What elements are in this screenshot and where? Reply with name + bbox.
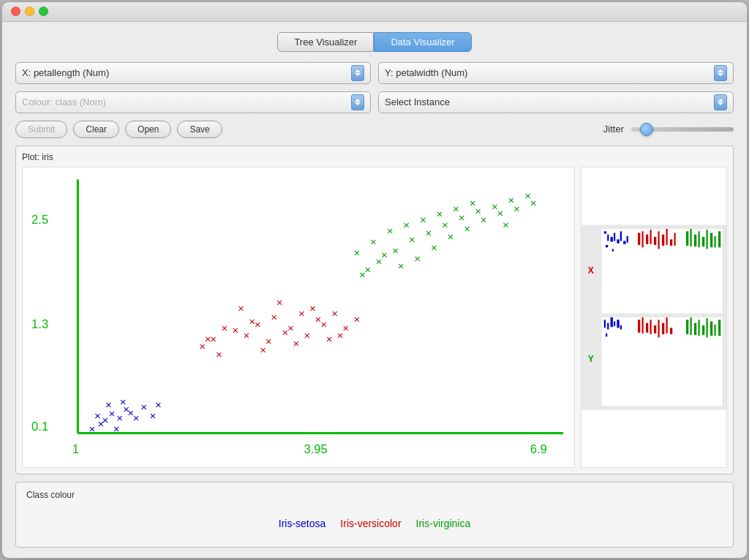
svg-text:×: × — [392, 244, 399, 257]
tab-bar: Tree Visualizer Data Visualizer — [15, 32, 734, 52]
svg-text:×: × — [238, 301, 244, 314]
svg-text:×: × — [140, 401, 147, 413]
main-window: Tree Visualizer Data Visualizer X: petal… — [1, 1, 748, 559]
y-axis-spinner[interactable] — [714, 65, 727, 81]
svg-text:×: × — [89, 423, 95, 435]
x-axis-spinner[interactable] — [351, 65, 364, 81]
y-axis-spinner-down-icon[interactable] — [718, 73, 723, 76]
svg-text:×: × — [221, 322, 227, 334]
x-axis-spinner-up-icon[interactable] — [355, 69, 361, 72]
colour-spinner-down-icon[interactable] — [355, 102, 361, 105]
svg-rect-108 — [694, 235, 696, 247]
svg-text:Y: Y — [588, 353, 594, 363]
svg-text:1: 1 — [72, 442, 79, 455]
svg-text:X: X — [588, 265, 594, 275]
maximize-button[interactable] — [39, 7, 48, 16]
y-axis-spinner-up-icon[interactable] — [718, 69, 723, 72]
clear-button[interactable]: Clear — [73, 121, 119, 138]
class-colour-section: Class colour Iris-setosa Iris-versicolor… — [15, 482, 734, 548]
colour-spinner-up-icon[interactable] — [355, 99, 361, 102]
select-instance-spinner-up-icon[interactable] — [718, 99, 723, 102]
svg-rect-131 — [686, 319, 688, 334]
jitter-slider[interactable] — [631, 127, 734, 132]
svg-rect-86 — [604, 231, 606, 233]
svg-rect-129 — [666, 317, 668, 333]
minimize-button[interactable] — [25, 7, 34, 16]
svg-text:6.9: 6.9 — [530, 442, 547, 455]
colour-label: Colour: class (Nom) — [22, 97, 106, 107]
svg-text:×: × — [481, 213, 487, 226]
svg-text:3.95: 3.95 — [304, 442, 328, 455]
svg-text:×: × — [120, 396, 127, 408]
mini-plot-svg: X Y — [581, 167, 726, 467]
svg-rect-138 — [715, 325, 716, 336]
svg-text:×: × — [420, 213, 426, 226]
svg-text:×: × — [271, 310, 277, 322]
open-button[interactable]: Open — [125, 121, 171, 138]
class-item-versicolor: Iris-versicolor — [340, 518, 401, 529]
x-axis-label: X: petallength (Num) — [22, 67, 109, 78]
svg-rect-137 — [710, 321, 712, 336]
tab-data-visualizer[interactable]: Data Visualizer — [374, 32, 471, 52]
save-button[interactable]: Save — [177, 121, 222, 138]
svg-rect-99 — [650, 230, 652, 244]
colour-spinner[interactable] — [351, 94, 364, 110]
colour-instance-row: Colour: class (Nom) Select Instance — [15, 91, 734, 113]
svg-text:×: × — [381, 249, 388, 261]
svg-text:×: × — [530, 197, 537, 209]
svg-text:0.1: 0.1 — [31, 420, 48, 434]
submit-button[interactable]: Submit — [15, 121, 67, 138]
jitter-container: Jitter — [603, 124, 734, 135]
svg-text:×: × — [287, 322, 294, 334]
svg-text:×: × — [276, 296, 283, 309]
close-button[interactable] — [11, 7, 20, 16]
svg-text:×: × — [216, 348, 222, 360]
svg-rect-90 — [617, 239, 619, 243]
svg-text:×: × — [210, 333, 217, 345]
svg-text:×: × — [497, 207, 503, 219]
class-colour-items: Iris-setosa Iris-versicolor Iris-virgini… — [26, 510, 723, 537]
svg-text:×: × — [244, 329, 250, 341]
svg-text:×: × — [260, 344, 266, 356]
svg-rect-114 — [718, 231, 720, 247]
svg-text:×: × — [359, 268, 366, 281]
svg-rect-127 — [658, 319, 660, 337]
svg-rect-91 — [620, 231, 622, 241]
svg-rect-112 — [710, 232, 712, 247]
svg-text:×: × — [133, 412, 140, 424]
svg-text:×: × — [503, 219, 509, 231]
svg-text:×: × — [448, 230, 454, 242]
svg-rect-103 — [666, 229, 668, 245]
svg-rect-126 — [654, 325, 656, 333]
tab-tree-visualizer[interactable]: Tree Visualizer — [277, 32, 374, 52]
y-axis-label: Y: petalwidth (Num) — [385, 67, 467, 78]
svg-rect-121 — [606, 333, 607, 336]
svg-text:×: × — [326, 333, 333, 345]
svg-rect-115 — [604, 319, 606, 328]
svg-text:×: × — [398, 260, 404, 272]
select-instance-spinner-down-icon[interactable] — [718, 102, 723, 105]
scatter-plot-svg: 2.5 1.3 0.1 1 3.95 6.9 × × × × × — [23, 167, 574, 467]
y-axis-dropdown[interactable]: Y: petalwidth (Num) — [378, 62, 734, 84]
svg-rect-87 — [607, 235, 609, 241]
svg-text:×: × — [403, 219, 410, 231]
select-instance-spinner[interactable] — [714, 94, 727, 110]
svg-rect-123 — [642, 317, 644, 333]
svg-rect-101 — [658, 231, 660, 249]
select-instance-dropdown[interactable]: Select Instance — [378, 91, 734, 113]
svg-text:×: × — [98, 417, 105, 430]
svg-rect-89 — [614, 232, 615, 241]
svg-rect-133 — [694, 323, 696, 336]
traffic-lights — [11, 7, 48, 16]
svg-text:×: × — [431, 241, 437, 253]
axis-controls-row: X: petallength (Num) Y: petalwidth (Num) — [15, 62, 734, 84]
svg-text:×: × — [255, 318, 261, 330]
scatter-plot[interactable]: 2.5 1.3 0.1 1 3.95 6.9 × × × × × — [22, 167, 575, 468]
svg-text:×: × — [387, 224, 394, 237]
colour-dropdown[interactable]: Colour: class (Nom) — [15, 91, 371, 113]
svg-text:×: × — [205, 333, 211, 345]
x-axis-spinner-down-icon[interactable] — [355, 73, 361, 76]
svg-text:2.5: 2.5 — [31, 213, 48, 227]
svg-rect-97 — [642, 231, 644, 247]
x-axis-dropdown[interactable]: X: petallength (Num) — [15, 62, 371, 84]
